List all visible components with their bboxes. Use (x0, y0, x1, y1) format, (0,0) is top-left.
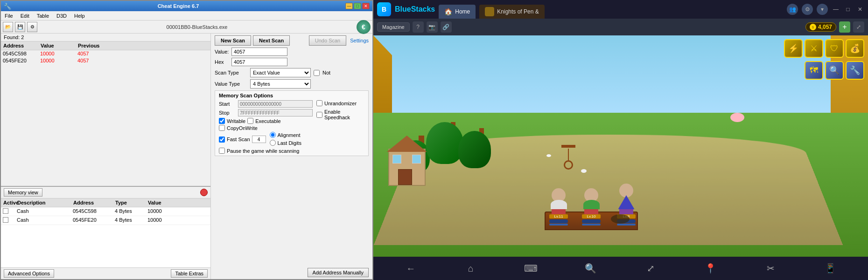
bs-logo: B (377, 2, 391, 16)
close-button[interactable]: ✕ (362, 3, 370, 9)
keyboard-icon[interactable]: ⌨ (522, 260, 539, 277)
stop-input[interactable] (238, 109, 313, 116)
game-icon-1[interactable]: ⚡ (784, 39, 803, 58)
ce-title: Cheat Engine 6.7 (158, 3, 199, 9)
table-row[interactable]: 0545FE20 10000 4057 (1, 57, 210, 64)
magazine-button[interactable]: Magazine (377, 22, 410, 32)
phone-icon[interactable]: 📱 (822, 260, 839, 277)
bs-brand-name: BlueStacks (395, 5, 435, 14)
speedhack-checkbox[interactable] (316, 112, 322, 118)
start-input[interactable] (238, 100, 313, 108)
expand-icon[interactable]: ⤢ (642, 260, 659, 277)
game-icon-4[interactable]: 💰 (846, 39, 864, 58)
help-icon[interactable]: ? (413, 21, 424, 33)
undo-scan-button[interactable]: Undo Scan (309, 35, 346, 46)
scan-type-row: Scan Type Exact Value Bigger than... Sma… (215, 68, 369, 77)
menu-d3d[interactable]: D3D (55, 13, 69, 19)
menu-table[interactable]: Table (35, 13, 51, 19)
next-scan-button[interactable]: Next Scan (253, 35, 290, 46)
menu-file[interactable]: File (3, 13, 15, 19)
value-type-select[interactable]: 4 Bytes 1 Byte 2 Bytes 8 Bytes Float Dou… (250, 79, 311, 89)
menu-help[interactable]: Help (72, 13, 87, 19)
alignment-radio[interactable] (270, 132, 276, 138)
more-icon[interactable]: ▾ (817, 4, 828, 15)
game-icon-6[interactable]: 🔍 (825, 61, 844, 80)
game-icon-2[interactable]: ⚔ (805, 39, 823, 58)
toolbar-save-btn[interactable]: 💾 (15, 22, 25, 32)
scissors-icon[interactable]: ✂ (762, 260, 779, 277)
game-icon-7[interactable]: 🔧 (846, 61, 864, 80)
table-extras-button[interactable]: Table Extras (171, 269, 208, 278)
not-checkbox[interactable] (314, 70, 320, 76)
bs-game-tab[interactable]: Knights of Pen & (479, 5, 544, 19)
addr-val-1: 10000 (147, 208, 180, 215)
list-item[interactable]: Cash 0545FE20 4 Bytes 10000 (1, 216, 210, 225)
stop-row: Stop (219, 109, 313, 116)
minimize-button[interactable]: — (345, 3, 353, 9)
unrandomizer-checkbox[interactable] (316, 100, 322, 106)
speedhack-row: Enable Speedhack (316, 109, 364, 120)
writable-label: Writable (227, 118, 245, 124)
bs-titlebar: B BlueStacks 🏠 Home Knights of Pen & 👥 ⚙… (373, 0, 868, 19)
accounts-icon[interactable]: 👥 (787, 4, 798, 15)
list-item[interactable]: Cash 0545C598 4 Bytes 10000 (1, 207, 210, 216)
table-row[interactable]: 0545C598 10000 4057 (1, 50, 210, 57)
last-digits-label: Last Digits (278, 140, 301, 146)
scan-type-select[interactable]: Exact Value Bigger than... Smaller than.… (250, 68, 311, 77)
bs-minimize-button[interactable]: — (832, 5, 840, 14)
expand-icon[interactable]: ⤢ (853, 21, 864, 33)
pause-checkbox[interactable] (219, 148, 225, 154)
home-button[interactable]: ⌂ (462, 260, 479, 277)
game-building (388, 149, 426, 186)
menu-edit[interactable]: Edit (19, 13, 31, 19)
writable-checkbox[interactable] (219, 118, 225, 124)
scan-type-label: Scan Type (215, 70, 247, 75)
copy-on-write-checkbox[interactable] (219, 125, 225, 131)
new-scan-button[interactable]: New Scan (215, 35, 251, 46)
fast-scan-checkbox[interactable] (219, 137, 225, 143)
location-icon[interactable]: 📍 (702, 260, 719, 277)
stop-label: Stop (219, 110, 235, 116)
back-button[interactable]: ← (402, 260, 419, 277)
fast-scan-input[interactable] (252, 136, 266, 143)
toolbar-open-btn[interactable]: 📂 (3, 22, 13, 32)
settings-link[interactable]: Settings (350, 38, 369, 43)
bs-close-button[interactable]: ✕ (856, 5, 864, 14)
ce-main-content: Found: 2 Address Value Previous 0545C598… (1, 34, 372, 279)
add-gold-button[interactable]: + (839, 21, 850, 33)
hex-input[interactable] (231, 58, 287, 66)
bs-game-toolbar: Magazine ? 📷 🔗 $ 4,057 + ⤢ (373, 19, 868, 35)
memory-view-button[interactable]: Memory view (4, 188, 42, 197)
share-icon[interactable]: 🔗 (441, 21, 452, 33)
ce-toolbar: 📂 💾 ⚙ 00001BB0-BlueStacks.exe € (1, 20, 372, 34)
add-address-button[interactable]: Add Address Manually (308, 268, 369, 277)
bs-home-tab[interactable]: 🏠 Home (439, 5, 476, 19)
maximize-button[interactable]: □ (354, 3, 361, 9)
toolbar-settings-btn[interactable]: ⚙ (27, 22, 37, 32)
addr-cb-1[interactable] (3, 208, 17, 215)
bs-maximize-button[interactable]: □ (844, 5, 852, 14)
value-input[interactable] (231, 48, 287, 56)
settings-icon[interactable]: ⚙ (802, 4, 813, 15)
last-digits-radio[interactable] (270, 140, 276, 146)
hex-label: Hex (215, 59, 229, 65)
scan-buttons-row: New Scan Next Scan Undo Scan Settings (215, 35, 369, 46)
search-icon[interactable]: 🔍 (582, 260, 599, 277)
game-icon-3[interactable]: 🛡 (825, 39, 844, 58)
bottom-toolbar: Memory view (1, 187, 210, 198)
bs-bottom-nav: ← ⌂ ⌨ 🔍 ⤢ 📍 ✂ 📱 (373, 257, 868, 280)
game-icon-5[interactable]: 🗺 (805, 61, 823, 80)
ce-scan-panel: New Scan Next Scan Undo Scan Settings Va… (211, 34, 372, 279)
game-table-area: Lv.11 Lv.10 Lv.8 (545, 174, 647, 230)
bird-1 (581, 169, 587, 173)
bs-game-area[interactable]: ⚡ ⚔ 🛡 💰 🗺 🔍 🔧 Lv.11 (373, 35, 868, 257)
advanced-options-button[interactable]: Advanced Options (4, 269, 54, 278)
camera-icon[interactable]: 📷 (427, 21, 438, 33)
addr-addr-2: 0545FE20 (73, 217, 115, 224)
addr-col-addr: Address (73, 199, 115, 206)
addr-addr-1: 0545C598 (73, 208, 115, 215)
executable-checkbox[interactable] (247, 118, 253, 124)
stop-icon (200, 189, 208, 196)
addr-cb-2[interactable] (3, 217, 17, 224)
level-badge-1: Lv.11 (549, 214, 568, 219)
